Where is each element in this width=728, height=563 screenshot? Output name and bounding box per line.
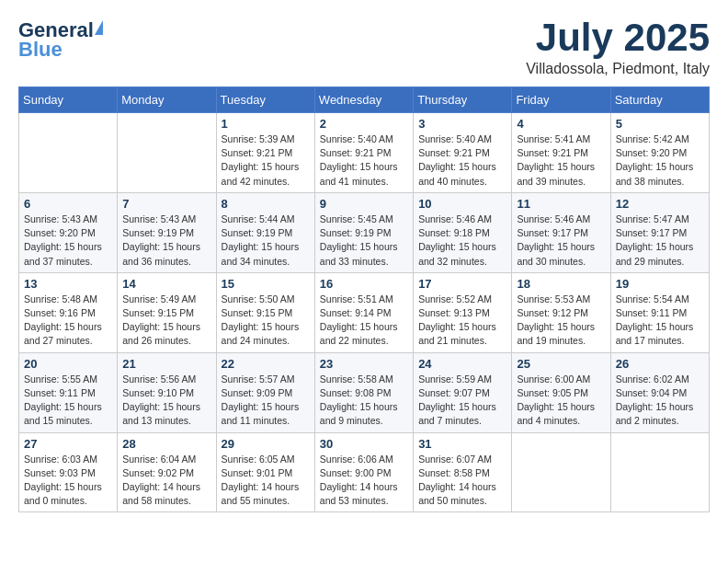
- title-area: July 2025 Villadossola, Piedmont, Italy: [526, 18, 710, 77]
- day-info: Sunrise: 5:39 AM Sunset: 9:21 PM Dayligh…: [222, 132, 310, 189]
- day-number: 6: [24, 197, 112, 211]
- table-cell: 22Sunrise: 5:57 AM Sunset: 9:09 PM Dayli…: [216, 352, 314, 432]
- table-cell: [118, 113, 216, 193]
- page-header: General Blue July 2025 Villadossola, Pie…: [18, 18, 710, 77]
- table-cell: [512, 432, 610, 512]
- day-info: Sunrise: 5:46 AM Sunset: 9:18 PM Dayligh…: [418, 213, 506, 269]
- table-cell: 17Sunrise: 5:52 AM Sunset: 9:13 PM Dayli…: [414, 272, 512, 352]
- table-cell: 7Sunrise: 5:43 AM Sunset: 9:19 PM Daylig…: [118, 192, 216, 272]
- table-cell: 27Sunrise: 6:03 AM Sunset: 9:03 PM Dayli…: [19, 432, 118, 512]
- day-info: Sunrise: 5:43 AM Sunset: 9:19 PM Dayligh…: [122, 213, 210, 269]
- calendar-table: Sunday Monday Tuesday Wednesday Thursday…: [18, 86, 710, 512]
- day-info: Sunrise: 5:46 AM Sunset: 9:17 PM Dayligh…: [517, 213, 605, 269]
- day-number: 23: [320, 357, 408, 371]
- day-info: Sunrise: 5:56 AM Sunset: 9:10 PM Dayligh…: [122, 373, 210, 429]
- table-cell: 23Sunrise: 5:58 AM Sunset: 9:08 PM Dayli…: [314, 352, 413, 432]
- day-info: Sunrise: 5:59 AM Sunset: 9:07 PM Dayligh…: [418, 373, 506, 429]
- day-number: 21: [122, 357, 210, 371]
- day-info: Sunrise: 6:03 AM Sunset: 9:03 PM Dayligh…: [24, 453, 112, 509]
- day-info: Sunrise: 6:06 AM Sunset: 9:00 PM Dayligh…: [320, 453, 408, 509]
- day-number: 13: [24, 277, 112, 291]
- day-number: 20: [24, 357, 112, 371]
- table-cell: 30Sunrise: 6:06 AM Sunset: 9:00 PM Dayli…: [314, 432, 413, 512]
- day-number: 26: [616, 357, 704, 371]
- day-number: 7: [122, 197, 210, 211]
- day-number: 16: [320, 277, 408, 291]
- table-cell: 28Sunrise: 6:04 AM Sunset: 9:02 PM Dayli…: [118, 432, 216, 512]
- day-number: 24: [418, 357, 506, 371]
- day-info: Sunrise: 5:40 AM Sunset: 9:21 PM Dayligh…: [320, 132, 408, 189]
- day-info: Sunrise: 6:04 AM Sunset: 9:02 PM Dayligh…: [122, 453, 210, 509]
- table-cell: 14Sunrise: 5:49 AM Sunset: 9:15 PM Dayli…: [118, 272, 216, 352]
- logo: General Blue: [18, 18, 103, 62]
- day-info: Sunrise: 5:57 AM Sunset: 9:09 PM Dayligh…: [222, 373, 310, 429]
- day-info: Sunrise: 6:02 AM Sunset: 9:04 PM Dayligh…: [616, 373, 704, 429]
- month-title: July 2025: [526, 18, 710, 57]
- calendar-week-row: 1Sunrise: 5:39 AM Sunset: 9:21 PM Daylig…: [19, 113, 710, 193]
- day-number: 31: [418, 437, 506, 451]
- table-cell: 4Sunrise: 5:41 AM Sunset: 9:21 PM Daylig…: [512, 113, 610, 193]
- day-number: 15: [222, 277, 310, 291]
- table-cell: 12Sunrise: 5:47 AM Sunset: 9:17 PM Dayli…: [610, 192, 709, 272]
- table-cell: 10Sunrise: 5:46 AM Sunset: 9:18 PM Dayli…: [414, 192, 512, 272]
- day-info: Sunrise: 5:47 AM Sunset: 9:17 PM Dayligh…: [616, 213, 704, 269]
- day-number: 5: [616, 117, 704, 131]
- table-cell: 18Sunrise: 5:53 AM Sunset: 9:12 PM Dayli…: [512, 272, 610, 352]
- day-info: Sunrise: 5:52 AM Sunset: 9:13 PM Dayligh…: [418, 293, 506, 349]
- day-number: 28: [122, 437, 210, 451]
- col-tuesday: Tuesday: [216, 87, 314, 113]
- day-number: 14: [122, 277, 210, 291]
- day-number: 22: [222, 357, 310, 371]
- table-cell: 11Sunrise: 5:46 AM Sunset: 9:17 PM Dayli…: [512, 192, 610, 272]
- day-number: 25: [517, 357, 605, 371]
- table-cell: 19Sunrise: 5:54 AM Sunset: 9:11 PM Dayli…: [610, 272, 709, 352]
- day-number: 18: [517, 277, 605, 291]
- day-info: Sunrise: 5:49 AM Sunset: 9:15 PM Dayligh…: [122, 293, 210, 349]
- day-number: 8: [222, 197, 310, 211]
- day-info: Sunrise: 5:41 AM Sunset: 9:21 PM Dayligh…: [517, 132, 605, 189]
- col-friday: Friday: [512, 87, 610, 113]
- day-info: Sunrise: 5:51 AM Sunset: 9:14 PM Dayligh…: [320, 293, 408, 349]
- table-cell: 16Sunrise: 5:51 AM Sunset: 9:14 PM Dayli…: [314, 272, 413, 352]
- table-cell: [610, 432, 709, 512]
- calendar-week-row: 13Sunrise: 5:48 AM Sunset: 9:16 PM Dayli…: [19, 272, 710, 352]
- logo-text: General Blue: [18, 18, 103, 62]
- table-cell: 24Sunrise: 5:59 AM Sunset: 9:07 PM Dayli…: [414, 352, 512, 432]
- day-info: Sunrise: 6:00 AM Sunset: 9:05 PM Dayligh…: [517, 373, 605, 429]
- day-info: Sunrise: 5:53 AM Sunset: 9:12 PM Dayligh…: [517, 293, 605, 349]
- day-number: 17: [418, 277, 506, 291]
- day-number: 3: [418, 117, 506, 131]
- table-cell: 13Sunrise: 5:48 AM Sunset: 9:16 PM Dayli…: [19, 272, 118, 352]
- day-info: Sunrise: 5:43 AM Sunset: 9:20 PM Dayligh…: [24, 213, 112, 269]
- day-info: Sunrise: 5:48 AM Sunset: 9:16 PM Dayligh…: [24, 293, 112, 349]
- col-wednesday: Wednesday: [314, 87, 413, 113]
- col-thursday: Thursday: [414, 87, 512, 113]
- day-number: 1: [222, 117, 310, 131]
- table-cell: 21Sunrise: 5:56 AM Sunset: 9:10 PM Dayli…: [118, 352, 216, 432]
- day-info: Sunrise: 5:45 AM Sunset: 9:19 PM Dayligh…: [320, 213, 408, 269]
- table-cell: 15Sunrise: 5:50 AM Sunset: 9:15 PM Dayli…: [216, 272, 314, 352]
- day-number: 4: [517, 117, 605, 131]
- day-info: Sunrise: 5:42 AM Sunset: 9:20 PM Dayligh…: [616, 132, 704, 189]
- day-info: Sunrise: 5:50 AM Sunset: 9:15 PM Dayligh…: [222, 293, 310, 349]
- calendar-week-row: 20Sunrise: 5:55 AM Sunset: 9:11 PM Dayli…: [19, 352, 710, 432]
- day-info: Sunrise: 5:55 AM Sunset: 9:11 PM Dayligh…: [24, 373, 112, 429]
- table-cell: 2Sunrise: 5:40 AM Sunset: 9:21 PM Daylig…: [314, 113, 413, 193]
- day-info: Sunrise: 5:40 AM Sunset: 9:21 PM Dayligh…: [418, 132, 506, 189]
- day-info: Sunrise: 5:44 AM Sunset: 9:19 PM Dayligh…: [222, 213, 310, 269]
- day-number: 29: [222, 437, 310, 451]
- logo-triangle-icon: [95, 20, 103, 35]
- location: Villadossola, Piedmont, Italy: [526, 61, 710, 77]
- table-cell: [19, 113, 118, 193]
- day-info: Sunrise: 6:07 AM Sunset: 8:58 PM Dayligh…: [418, 453, 506, 509]
- col-saturday: Saturday: [610, 87, 709, 113]
- table-cell: 6Sunrise: 5:43 AM Sunset: 9:20 PM Daylig…: [19, 192, 118, 272]
- table-cell: 9Sunrise: 5:45 AM Sunset: 9:19 PM Daylig…: [314, 192, 413, 272]
- col-sunday: Sunday: [19, 87, 118, 113]
- table-cell: 26Sunrise: 6:02 AM Sunset: 9:04 PM Dayli…: [610, 352, 709, 432]
- table-cell: 5Sunrise: 5:42 AM Sunset: 9:20 PM Daylig…: [610, 113, 709, 193]
- table-cell: 1Sunrise: 5:39 AM Sunset: 9:21 PM Daylig…: [216, 113, 314, 193]
- day-number: 11: [517, 197, 605, 211]
- day-info: Sunrise: 5:54 AM Sunset: 9:11 PM Dayligh…: [616, 293, 704, 349]
- day-info: Sunrise: 5:58 AM Sunset: 9:08 PM Dayligh…: [320, 373, 408, 429]
